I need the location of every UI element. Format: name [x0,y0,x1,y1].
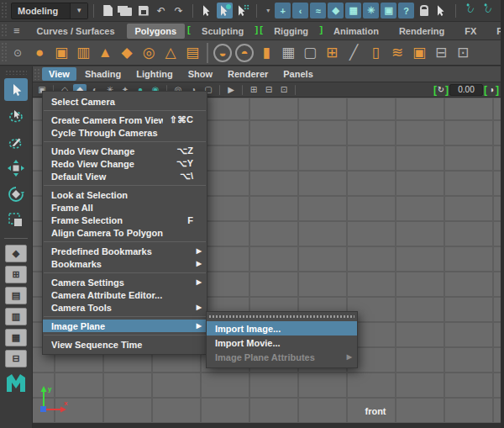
knife-icon[interactable]: ╱ [343,42,365,64]
drag-handle[interactable] [1,2,7,19]
menu-item-default-view[interactable]: Default View ⌥\ [43,170,207,182]
selection-mask-dropdown-icon[interactable]: ▾ [263,3,273,18]
menuset-dropdown[interactable]: Modeling ▼ [11,3,88,19]
panel-menu-panels[interactable]: Panels [276,67,319,81]
menu-item-image-plane-attributes[interactable]: Image Plane Attributes ▶ [207,350,357,364]
tab-sculpting[interactable]: Sculpting [193,24,252,39]
mask-deformations-icon[interactable]: ◆ [328,3,344,18]
paint-select-tool[interactable] [4,130,28,153]
tab-rendering[interactable]: Rendering [391,24,453,39]
mask-joints-icon[interactable]: ▦ [345,3,361,18]
layout-single-pane[interactable]: ◆ [5,245,27,262]
menu-item-camera-attribute-editor[interactable]: Camera Attribute Editor... [43,288,207,301]
open-scene-icon[interactable] [118,3,134,18]
flow-icon[interactable]: ≋ [386,42,408,64]
lasso-tool[interactable] [4,104,28,127]
menu-item-frame-all[interactable]: Frame All [43,201,207,214]
menu-item-look-at-selection[interactable]: Look at Selection [43,188,207,201]
drag-handle[interactable] [1,24,7,38]
panel-menu-shading[interactable]: Shading [78,67,128,81]
multi-cut-icon[interactable]: ⊞ [321,42,343,64]
isolate-select-icon[interactable]: ▶ [224,84,238,96]
menu-item-undo-view-change[interactable]: Undo View Change ⌥Z [43,145,207,157]
exposure-toggle-icon[interactable]: ↻ [434,84,448,96]
menu-item-image-plane[interactable]: Image Plane ▶ [43,320,207,332]
panel-menu-lighting[interactable]: Lighting [129,67,179,81]
layout-hypershade-persp[interactable]: ▦ [5,329,27,346]
snap-to-grid-icon[interactable]: ∩ [459,0,480,21]
panel-menu-renderer[interactable]: Renderer [221,67,275,81]
menu-item-camera-settings[interactable]: Camera Settings ▶ [43,276,207,288]
layout-persp-graph[interactable]: ▥ [5,308,27,325]
menu-item-cycle-through-cameras[interactable]: Cycle Through Cameras [43,126,207,139]
poly-pipe-icon[interactable]: ▤ [181,42,203,64]
smooth-icon[interactable]: ▢ [299,42,321,64]
mask-handles-icon[interactable]: + [275,3,291,18]
scale-tool[interactable] [4,209,28,231]
select-by-hierarchy-icon[interactable] [199,3,215,18]
menu-item-import-image[interactable]: Import Image... [207,321,357,336]
gear-icon[interactable]: ⊙ [8,47,29,59]
mask-curves-icon[interactable]: ‹ [292,3,308,18]
select-by-object-icon[interactable] [217,3,233,18]
tab-fx[interactable]: FX [456,24,485,39]
extract-icon[interactable]: ▮ [255,42,277,64]
menu-item-redo-view-change[interactable]: Redo View Change ⌥Y [43,157,207,170]
poly-torus-icon[interactable]: ◎ [138,42,160,64]
poly-cube-icon[interactable]: ▣ [50,42,72,64]
menu-item-create-camera-from-view[interactable]: Create Camera From View ⇧⌘C [43,114,207,126]
snap-to-point-icon[interactable]: ∩ [495,0,501,21]
layout-four-pane[interactable]: ⊞ [5,266,27,283]
tab-fx-caching[interactable]: FX Caching [488,24,501,39]
rotate-tool[interactable] [4,182,28,205]
tab-rigging[interactable]: Rigging [265,24,317,39]
tab-polygons[interactable]: Polygons [127,24,186,39]
drag-handle[interactable] [5,70,27,75]
poly-plane-icon[interactable]: ◆ [116,42,138,64]
boolean-icon[interactable]: ▦ [277,42,299,64]
mask-rendering-icon[interactable]: ▣ [381,3,396,18]
poly-pyramid-icon[interactable]: △ [160,42,181,64]
redo-icon[interactable]: ↷ [171,3,186,18]
tearoff-handle[interactable] [209,314,354,320]
separate-icon[interactable]: ◓ [235,44,254,62]
copy-view-icon[interactable]: ⊞ [247,84,260,96]
menu-item-import-movie[interactable]: Import Movie... [207,336,357,350]
highlight-selection-icon[interactable] [433,3,449,18]
menu-item-align-camera-to-polygon[interactable]: Align Camera To Polygon [43,226,207,239]
tab-animation[interactable]: Animation [325,24,387,39]
mask-misc-icon[interactable]: ? [398,3,414,18]
combine-icon[interactable]: ◒ [213,44,232,62]
mask-surfaces-icon[interactable]: ≈ [310,3,326,18]
select-tool[interactable] [4,78,28,101]
save-scene-icon[interactable] [135,3,151,18]
exposure-value-field[interactable]: 0.00 [449,84,483,96]
drag-handle[interactable] [34,68,39,80]
shelf-menu-icon[interactable]: ≡ [8,24,27,37]
panel-menu-view[interactable]: View [42,67,76,81]
target-weld-icon[interactable]: ⊡ [452,42,474,64]
drag-handle[interactable] [1,42,7,63]
poly-sphere-icon[interactable]: ● [29,42,50,64]
bridge-icon[interactable]: ⊟ [430,42,452,64]
menu-item-view-sequence-time[interactable]: View Sequence Time [43,338,207,351]
layout-outliner-persp[interactable]: ▤ [5,287,27,304]
paste-view-icon[interactable]: ⊟ [262,84,276,96]
poly-cylinder-icon[interactable]: ▥ [72,42,94,64]
menu-item-bookmarks[interactable]: Bookmarks ▶ [43,257,207,270]
snap-to-curve-icon[interactable]: ∩ [477,0,498,21]
poly-cone-icon[interactable]: ▲ [94,42,116,64]
new-scene-icon[interactable] [100,3,116,18]
menu-item-frame-selection[interactable]: Frame Selection F [43,214,207,226]
panel-menu-show[interactable]: Show [181,67,219,81]
undo-icon[interactable]: ↶ [153,3,169,18]
menu-item-camera-tools[interactable]: Camera Tools ▶ [43,301,207,314]
mask-dynamics-icon[interactable]: ✳ [363,3,379,18]
menu-item-predefined-bookmarks[interactable]: Predefined Bookmarks ▶ [43,245,207,257]
gamma-toggle-icon[interactable]: ◑ [485,84,498,96]
select-by-component-icon[interactable] [234,3,250,18]
extrude-icon[interactable]: ▯ [365,42,386,64]
layout-persp-outliner[interactable]: ⊟ [5,350,27,367]
menu-item-select-camera[interactable]: Select Camera [43,95,207,108]
tab-curves-surfaces[interactable]: Curves / Surfaces [29,24,123,39]
